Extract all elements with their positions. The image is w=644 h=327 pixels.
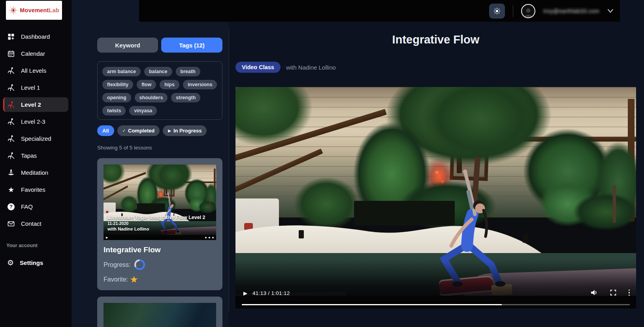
sidebar-item-calendar[interactable]: Calendar (3, 46, 68, 61)
tags-tab-button[interactable]: Tags (12) (161, 38, 222, 53)
meditation-icon (7, 169, 15, 177)
star-icon: ★ (7, 186, 15, 194)
tag-chip[interactable]: vinyasa (129, 106, 157, 115)
video-controls-left: ▶ 41:13 / 1:01:12 (243, 290, 290, 296)
sidebar-item-favorites[interactable]: ★ Favorites (3, 182, 68, 197)
question-circle-icon: ? (7, 203, 15, 211)
volume-icon[interactable] (205, 237, 207, 238)
play-icon: ▶ (168, 129, 171, 133)
progress-row: Progress: (104, 259, 216, 270)
video-scene (235, 87, 636, 308)
tag-chip[interactable]: inversions (183, 80, 217, 89)
tag-chip[interactable]: hips (160, 80, 179, 89)
sidebar-nav: Dashboard Calendar All Levels Level 1 Le… (0, 29, 72, 231)
sidebar: MovementLab Dashboard Calendar All Level… (0, 0, 72, 327)
progress-ring (134, 259, 145, 270)
video-timestamp: 41:13 / 1:01:12 (252, 290, 290, 296)
brand-name: MovementLab (20, 7, 59, 13)
tags-container: arm balance balance breath flexibility f… (97, 61, 222, 120)
sidebar-item-specialized[interactable]: Specialized (3, 131, 68, 146)
sidebar-item-level-2[interactable]: Level 2 (3, 97, 68, 112)
tag-chip[interactable]: opening (102, 93, 131, 102)
yoga-pose-icon (7, 101, 15, 109)
tag-chip[interactable]: flexibility (102, 80, 133, 89)
sidebar-item-settings[interactable]: ⚙ Settings (3, 255, 68, 270)
page-title: Integrative Flow (235, 33, 636, 46)
calendar-icon (7, 50, 15, 58)
chevron-down-icon[interactable] (607, 9, 614, 13)
sidebar-item-contact[interactable]: Contact (3, 216, 68, 231)
tag-chip[interactable]: breath (176, 67, 200, 76)
sidebar-item-tapas[interactable]: Tapas (3, 148, 68, 163)
keyword-tab-button[interactable]: Keyword (97, 38, 158, 53)
brand-logo[interactable]: MovementLab (6, 1, 62, 20)
sidebar-item-level-2-3[interactable]: Level 2-3 (3, 114, 68, 129)
avatar[interactable] (521, 4, 535, 18)
play-icon[interactable]: ▶ (106, 236, 108, 239)
filter-completed-button[interactable]: ✓ Completed (117, 125, 160, 136)
sidebar-item-all-levels[interactable]: All Levels (3, 63, 68, 78)
gear-icon: ⚙ (7, 259, 14, 267)
account-section-label: Your account (6, 243, 72, 248)
sidebar-item-meditation[interactable]: Meditation (3, 165, 68, 180)
yoga-pose-icon (7, 84, 15, 92)
lesson-card[interactable]: Livestream Yoga- Integrative Flow Level … (97, 158, 222, 290)
lesson-meta-row: Video Class with Nadine Lollino (235, 62, 336, 73)
play-button[interactable]: ▶ (243, 290, 247, 296)
tag-chip[interactable]: flow (137, 80, 156, 89)
app: { "brand": { "primary": "Movement", "sec… (0, 0, 644, 327)
filter-all-button[interactable]: All (97, 125, 114, 136)
video-seek-bar[interactable] (242, 304, 630, 305)
user-email[interactable]: troy@earthlab33.com (543, 8, 599, 14)
sidebar-item-dashboard[interactable]: Dashboard (3, 29, 68, 44)
user-silhouette-icon (522, 6, 534, 17)
thumbnail-caption: Livestream Yoga- Integrative Flow Level … (107, 215, 205, 231)
instructor-text: with Nadine Lollino (286, 64, 336, 71)
favorite-row: Favorite: ★ (104, 275, 216, 284)
dashboard-icon (7, 33, 15, 41)
more-options-button[interactable] (629, 289, 630, 296)
tag-chip[interactable]: strength (171, 93, 200, 102)
main-video-player[interactable]: ▶ 41:13 / 1:01:12 (235, 87, 636, 308)
yoga-pose-icon (7, 152, 15, 160)
header-separator (513, 5, 513, 17)
volume-icon (590, 289, 598, 297)
lesson-card[interactable] (97, 297, 222, 327)
video-controls-right (590, 289, 630, 297)
tag-chip[interactable]: shoulders (135, 93, 168, 102)
sidebar-item-faq[interactable]: ? FAQ (3, 199, 68, 214)
seek-progress-fill (242, 304, 502, 305)
favorite-star-icon[interactable]: ★ (130, 275, 138, 284)
lesson-thumbnail-video[interactable] (104, 303, 216, 327)
fullscreen-icon (610, 289, 617, 296)
panel-divider (229, 30, 229, 311)
envelope-icon (7, 220, 15, 228)
yoga-pose-icon (7, 118, 15, 126)
more-options-icon[interactable] (212, 237, 214, 238)
yoga-pose-icon (7, 135, 15, 143)
tag-chip[interactable]: twists (102, 106, 126, 115)
thumbnail-video-controls[interactable]: ▶ (104, 235, 216, 240)
check-icon: ✓ (122, 129, 126, 133)
lesson-title: Integrative Flow (104, 246, 216, 254)
top-header-bar: troy@earthlab33.com (139, 0, 620, 22)
tag-chip[interactable]: balance (144, 67, 172, 76)
fullscreen-icon[interactable] (209, 237, 210, 238)
theme-toggle-button[interactable] (489, 4, 505, 19)
tag-chip[interactable]: arm balance (102, 67, 141, 76)
yoga-pose-icon (7, 67, 15, 75)
video-class-badge: Video Class (235, 62, 281, 73)
lesson-thumbnail-video[interactable]: Livestream Yoga- Integrative Flow Level … (104, 164, 216, 240)
results-count-text: Showing 5 of 5 lessons (97, 145, 152, 151)
sidebar-item-level-1[interactable]: Level 1 (3, 80, 68, 95)
filter-in-progress-button[interactable]: ▶ In Progress (163, 125, 207, 136)
movementlab-compass-icon (9, 3, 18, 17)
status-filter-row: All ✓ Completed ▶ In Progress (97, 125, 207, 136)
sun-icon (493, 7, 501, 15)
mute-button[interactable] (590, 289, 598, 297)
fullscreen-button[interactable] (610, 289, 617, 296)
